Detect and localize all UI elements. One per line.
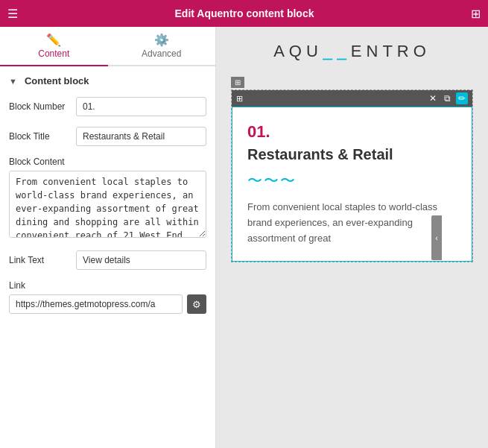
top-handle-area: ⊞ xyxy=(231,76,473,88)
top-block-handle: ⊞ xyxy=(231,77,244,88)
tab-content[interactable]: ✏️ Content xyxy=(0,27,108,66)
link-text-input[interactable] xyxy=(76,250,206,270)
toolbar-close-button[interactable]: ✕ xyxy=(427,92,439,104)
link-text-label: Link Text xyxy=(9,255,76,265)
grid-icon[interactable]: ⊞ xyxy=(471,7,481,21)
toolbar-copy-button[interactable]: ⧉ xyxy=(442,92,453,104)
block-toolbar: ⊞ ✕ ⧉ ✏ xyxy=(232,90,472,107)
link-label: Link xyxy=(9,280,206,291)
block-content-label: Block Content xyxy=(9,157,206,167)
block-number-row: Block Number xyxy=(9,97,206,116)
link-text-row: Link Text xyxy=(9,250,206,270)
content-tab-label: Content xyxy=(38,48,69,59)
section-header: ▼ Content block xyxy=(9,75,206,86)
section-collapse-arrow[interactable]: ▼ xyxy=(9,77,17,86)
left-panel: ✏️ Content ⚙️ Advanced ▼ Content block B… xyxy=(0,27,216,448)
block-number-input[interactable] xyxy=(76,97,206,116)
main-layout: ✏️ Content ⚙️ Advanced ▼ Content block B… xyxy=(0,27,488,448)
link-input[interactable] xyxy=(9,294,183,314)
block-content-row: Block Content From convenient local stap… xyxy=(9,157,206,240)
tab-advanced[interactable]: ⚙️ Advanced xyxy=(108,27,216,66)
topbar-title: Edit Aquentro content block xyxy=(175,7,314,19)
link-input-row: ⚙ xyxy=(9,294,206,314)
preview-wave: 〜〜〜 xyxy=(247,171,457,191)
block-title-row: Block Title xyxy=(9,127,206,146)
link-settings-button[interactable]: ⚙ xyxy=(187,294,206,314)
block-title-input[interactable] xyxy=(76,127,206,146)
section-label: Content block xyxy=(25,75,89,86)
link-row: Link ⚙ xyxy=(9,280,206,314)
block-title-label: Block Title xyxy=(9,131,76,142)
topbar: ☰ Edit Aquentro content block ⊞ xyxy=(0,0,488,27)
block-toolbar-handle-icon: ⊞ xyxy=(236,94,243,104)
block-content-textarea[interactable]: From convenient local staples to world-c… xyxy=(9,171,206,238)
block-toolbar-right: ✕ ⧉ ✏ xyxy=(427,92,468,104)
logo-text: AQU⎯⎯ENTRO xyxy=(273,42,431,60)
block-number-label: Block Number xyxy=(9,101,76,112)
content-tab-icon: ✏️ xyxy=(46,33,61,47)
logo-area: AQU⎯⎯ENTRO xyxy=(231,42,473,61)
panel-content: ▼ Content block Block Number Block Title… xyxy=(0,66,215,448)
menu-icon[interactable]: ☰ xyxy=(7,7,18,21)
advanced-tab-icon: ⚙️ xyxy=(154,33,169,47)
advanced-tab-label: Advanced xyxy=(142,48,181,59)
preview-block-number: 01. xyxy=(247,122,457,142)
toolbar-edit-button[interactable]: ✏ xyxy=(456,92,468,104)
preview-block-content: From convenient local staples to world-c… xyxy=(247,200,457,246)
right-panel: AQU⎯⎯ENTRO ⊞ ⊞ ✕ ⧉ ✏ 01 xyxy=(216,27,488,448)
preview-block-title: Restaurants & Retail xyxy=(247,146,457,163)
tabs: ✏️ Content ⚙️ Advanced xyxy=(0,27,215,66)
panel-collapse-button[interactable]: ‹ xyxy=(431,215,442,260)
